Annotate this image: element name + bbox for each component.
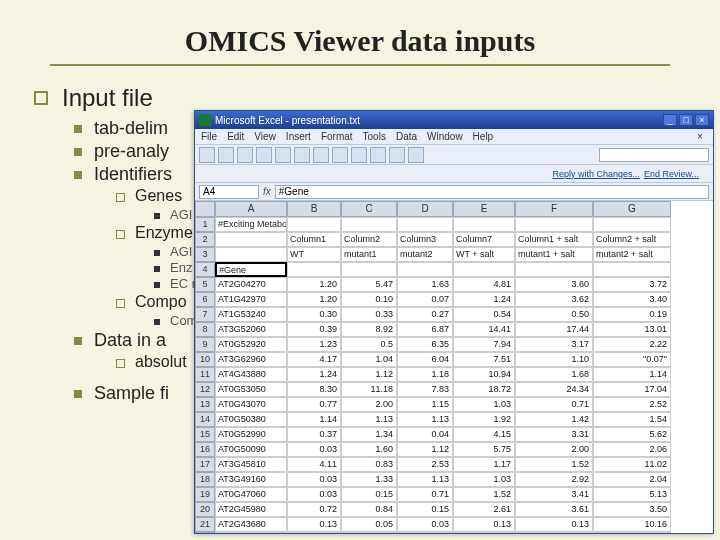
cell[interactable]: WT + salt	[453, 247, 515, 262]
cell[interactable]: AT3G52060	[215, 322, 287, 337]
cell[interactable]: 14.41	[453, 322, 515, 337]
cell[interactable]: 2.22	[593, 337, 671, 352]
cell[interactable]: AT2G45980	[215, 502, 287, 517]
cell[interactable]	[453, 262, 515, 277]
row-header[interactable]: 3	[195, 247, 215, 262]
cell[interactable]: Column2 + salt	[593, 232, 671, 247]
cell[interactable]: 0.5	[341, 337, 397, 352]
cell[interactable]	[397, 262, 453, 277]
cell[interactable]: 1.34	[341, 427, 397, 442]
row-header[interactable]: 12	[195, 382, 215, 397]
row-header[interactable]: 22	[195, 532, 215, 533]
cell[interactable]: Column2	[341, 232, 397, 247]
cell[interactable]: 1.20	[287, 292, 341, 307]
cell[interactable]: 0.13	[287, 517, 341, 532]
cell[interactable]: 2.04	[593, 472, 671, 487]
cell[interactable]: 1.33	[341, 472, 397, 487]
cell[interactable]: 0.05	[341, 517, 397, 532]
cell[interactable]	[215, 232, 287, 247]
cell[interactable]: 0.03	[287, 487, 341, 502]
row-header[interactable]: 6	[195, 292, 215, 307]
menu-data[interactable]: Data	[396, 131, 417, 142]
cell[interactable]: 6.04	[397, 352, 453, 367]
cell[interactable]: 3.61	[515, 502, 593, 517]
menu-help[interactable]: Help	[473, 131, 494, 142]
cell[interactable]: 5.75	[453, 442, 515, 457]
sort-asc-icon[interactable]	[370, 147, 386, 163]
cell[interactable]: mutant2 + salt	[593, 247, 671, 262]
row-header[interactable]: 17	[195, 457, 215, 472]
cell[interactable]	[397, 217, 453, 232]
cell[interactable]: 3.41	[515, 487, 593, 502]
redo-icon[interactable]	[351, 147, 367, 163]
cell[interactable]: AT2G43680	[215, 517, 287, 532]
cell[interactable]: 5.13	[593, 487, 671, 502]
cell[interactable]: 2.00	[341, 397, 397, 412]
cell[interactable]: AT0G52920	[215, 337, 287, 352]
cell[interactable]: AT1G53240	[215, 307, 287, 322]
cell[interactable]: 8.30	[287, 382, 341, 397]
cell[interactable]: 3.31	[515, 427, 593, 442]
cell[interactable]: 0.71	[397, 487, 453, 502]
cell[interactable]: 0.71	[515, 397, 593, 412]
cell[interactable]	[341, 217, 397, 232]
cell[interactable]: 2.53	[397, 457, 453, 472]
cell[interactable]: 17.04	[593, 382, 671, 397]
cell[interactable]	[515, 217, 593, 232]
cell[interactable]: #Exciting Metabolic Data!!!	[215, 217, 287, 232]
row-header[interactable]: 11	[195, 367, 215, 382]
minimize-button[interactable]: _	[663, 114, 677, 126]
cell[interactable]: AT2G04270	[215, 277, 287, 292]
cell[interactable]: 0.72	[287, 502, 341, 517]
cell[interactable]: 1.54	[593, 412, 671, 427]
cell[interactable]: 18.72	[453, 382, 515, 397]
cell[interactable]: 7.83	[397, 382, 453, 397]
cell[interactable]: 3.50	[593, 502, 671, 517]
cell[interactable]: 2.92	[515, 472, 593, 487]
cell[interactable]: 2.00	[515, 442, 593, 457]
cell[interactable]: 1.05	[453, 532, 515, 533]
cell[interactable]: 0.03	[287, 532, 341, 533]
print-icon[interactable]	[256, 147, 272, 163]
cell[interactable]: 0.50	[515, 307, 593, 322]
cell[interactable]: Column3	[397, 232, 453, 247]
cell[interactable]: AT0G50090	[215, 442, 287, 457]
cell[interactable]: 1.17	[453, 457, 515, 472]
row-header[interactable]: 15	[195, 427, 215, 442]
new-icon[interactable]	[199, 147, 215, 163]
cell[interactable]: 0.27	[397, 307, 453, 322]
cell[interactable]: AT3G62960	[215, 352, 287, 367]
cell[interactable]: 1.13	[397, 412, 453, 427]
cell[interactable]: 0.03	[287, 472, 341, 487]
cell[interactable]: AT0G55800	[215, 532, 287, 533]
cell[interactable]: 1.35	[341, 532, 397, 533]
row-header[interactable]: 13	[195, 397, 215, 412]
cell[interactable]: mutant2	[397, 247, 453, 262]
select-all-corner[interactable]	[195, 201, 215, 217]
col-header-c[interactable]: C	[341, 201, 397, 217]
cell[interactable]: #Gene	[215, 262, 287, 277]
col-header-e[interactable]: E	[453, 201, 515, 217]
cell[interactable]: 4.81	[453, 277, 515, 292]
cell[interactable]: 1.12	[341, 367, 397, 382]
cell[interactable]: 2.61	[453, 502, 515, 517]
cell[interactable]: 4.15	[453, 427, 515, 442]
row-header[interactable]: 2	[195, 232, 215, 247]
cell[interactable]: "0.07"	[593, 352, 671, 367]
maximize-button[interactable]: □	[679, 114, 693, 126]
cell[interactable]: 6.87	[397, 322, 453, 337]
end-review-link[interactable]: End Review...	[644, 169, 699, 179]
cell[interactable]: 2.52	[593, 397, 671, 412]
row-header[interactable]: 16	[195, 442, 215, 457]
menu-insert[interactable]: Insert	[286, 131, 311, 142]
cell[interactable]: 0.07	[397, 292, 453, 307]
sort-desc-icon[interactable]	[389, 147, 405, 163]
cell[interactable]: Column1	[287, 232, 341, 247]
cell[interactable]: 0.19	[593, 307, 671, 322]
cell[interactable]: mutant1	[341, 247, 397, 262]
cell[interactable]: 1.63	[397, 277, 453, 292]
cell[interactable]: 5.62	[593, 427, 671, 442]
menu-format[interactable]: Format	[321, 131, 353, 142]
cell[interactable]: 1.14	[287, 412, 341, 427]
cell[interactable]: AT0G50380	[215, 412, 287, 427]
